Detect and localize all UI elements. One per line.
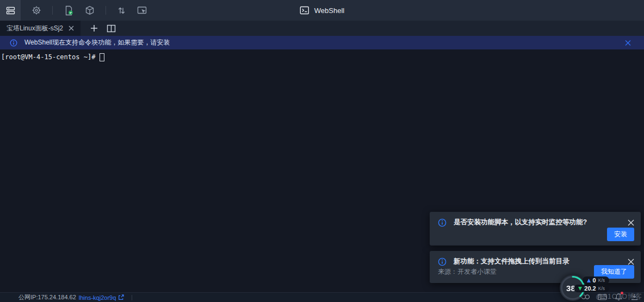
- topbar-divider: [106, 6, 106, 15]
- tabbar: 宝塔Linux面板-sSj2: [0, 21, 644, 36]
- info-icon: [438, 218, 447, 227]
- webshell-app: WebShell 宝塔Linux面板-sSj2: [0, 0, 644, 302]
- upload-unit: K/s: [598, 278, 605, 283]
- notification-badge: [621, 292, 623, 294]
- toast-message: 是否安装功能脚本，以支持实时监控等功能?: [454, 218, 623, 227]
- topbar-divider: [52, 6, 53, 15]
- close-icon[interactable]: [628, 259, 634, 265]
- banner-message: WebShell现在支持命令块功能，如果需要，请安装: [24, 38, 170, 47]
- terminal-cursor: [100, 53, 104, 61]
- upload-arrow-icon: [587, 279, 591, 282]
- topbar: WebShell: [0, 0, 644, 21]
- keyboard-icon[interactable]: [598, 293, 607, 301]
- download-unit: K/s: [598, 286, 605, 291]
- network-stats: 0K/s 20.2K/s: [574, 276, 609, 292]
- download-value: 20.2: [584, 285, 596, 292]
- info-icon: [10, 39, 17, 47]
- banner-close-icon[interactable]: [625, 40, 631, 46]
- external-link-icon[interactable]: [118, 294, 124, 300]
- install-button[interactable]: 安装: [607, 228, 634, 241]
- tab-label: 宝塔Linux面板-sSj2: [7, 24, 63, 33]
- upload-speed-row: 0K/s: [583, 276, 609, 284]
- close-icon[interactable]: [628, 219, 634, 226]
- download-arrow-icon: [578, 287, 582, 291]
- download-icon[interactable]: [630, 293, 639, 301]
- app-title-label: WebShell: [314, 7, 344, 15]
- bell-icon[interactable]: [615, 293, 623, 301]
- download-speed-row: 20.2K/s: [574, 285, 609, 292]
- public-ip-label: 公网IP:175.24.184.62: [18, 293, 76, 301]
- tab-close-icon[interactable]: [69, 26, 74, 31]
- server-list-button[interactable]: [0, 0, 21, 21]
- toast-source: 来源：开发者小课堂: [438, 267, 497, 276]
- toast-head: 新功能：支持文件拖拽上传到当前目录: [430, 251, 641, 266]
- statusbar-icons: [581, 293, 639, 301]
- hostname-link[interactable]: lhins-kqj2or9q: [79, 294, 116, 301]
- terminal-logo-icon: [300, 5, 309, 15]
- topbar-tools: [32, 5, 147, 16]
- terminal-prompt-line: [root@VM-4-15-centos ~]#: [1, 52, 104, 62]
- tab-actions: [90, 21, 116, 36]
- terminal-prompt: [root@VM-4-15-centos ~]#: [1, 52, 100, 62]
- package-box-icon[interactable]: [85, 5, 95, 15]
- app-title: WebShell: [300, 0, 344, 21]
- server-list-icon: [6, 6, 15, 15]
- split-pane-icon[interactable]: [107, 24, 116, 33]
- toast-head: 是否安装功能脚本，以支持实时监控等功能?: [430, 212, 641, 227]
- new-tab-icon[interactable]: [90, 24, 98, 32]
- webshell-banner: WebShell现在支持命令块功能，如果需要，请安装: [0, 36, 644, 49]
- tab-baota-panel[interactable]: 宝塔Linux面板-sSj2: [0, 21, 81, 36]
- sort-transfer-icon[interactable]: [117, 6, 126, 15]
- settings-gear-icon[interactable]: [32, 5, 41, 15]
- script-check-icon[interactable]: [64, 5, 74, 16]
- statusbar-divider: [132, 295, 132, 300]
- upload-value: 0: [593, 277, 596, 284]
- toast-install-script: 是否安装功能脚本，以支持实时监控等功能? 安装: [430, 212, 641, 246]
- window-select-icon[interactable]: [137, 5, 147, 15]
- statusbar-left: 公网IP:175.24.184.62 lhins-kqj2or9q: [18, 293, 132, 301]
- statusbar: 公网IP:175.24.184.62 lhins-kqj2or9q: [0, 292, 644, 302]
